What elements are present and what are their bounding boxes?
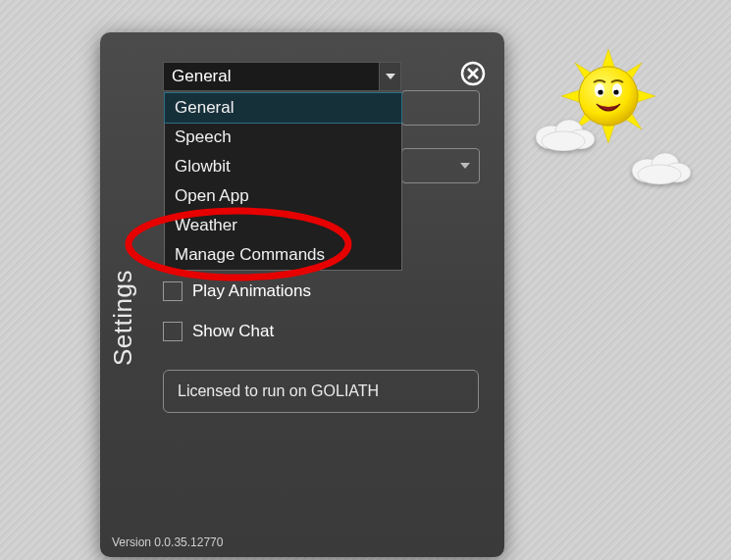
panel-content: General General Speech Glowbit Open App … — [163, 62, 483, 91]
dropdown-option-glowbit[interactable]: Glowbit — [165, 152, 401, 181]
svg-marker-7 — [602, 126, 614, 143]
license-text: Licensed to run on GOLIATH — [178, 382, 379, 400]
category-select-value: General — [172, 67, 231, 85]
play-animations-row: Play Animations — [163, 281, 311, 301]
dropdown-option-manage-commands[interactable]: Manage Commands — [165, 240, 401, 270]
svg-marker-4 — [460, 163, 470, 169]
svg-point-19 — [599, 88, 600, 90]
cloud-icon — [530, 114, 600, 151]
chevron-down-icon — [386, 74, 395, 79]
play-animations-checkbox[interactable] — [163, 281, 183, 301]
dropdown-option-general[interactable]: General — [165, 93, 401, 123]
svg-point-28 — [638, 165, 681, 184]
cloud-icon — [626, 147, 697, 184]
svg-point-24 — [542, 131, 585, 151]
version-label: Version 0.0.35.12770 — [112, 535, 223, 549]
svg-point-18 — [613, 89, 618, 94]
dropdown-option-speech[interactable]: Speech — [165, 123, 401, 152]
svg-marker-8 — [561, 90, 579, 102]
dropdown-arrow[interactable] — [379, 63, 400, 90]
svg-point-17 — [598, 89, 602, 94]
category-select[interactable]: General General Speech Glowbit Open App … — [163, 62, 401, 91]
obscured-select-2[interactable] — [401, 148, 480, 183]
show-chat-row: Show Chat — [163, 322, 274, 341]
dropdown-option-open-app[interactable]: Open App — [165, 181, 401, 211]
svg-marker-9 — [638, 90, 655, 102]
license-box: Licensed to run on GOLIATH — [163, 370, 479, 413]
panel-title: Settings — [108, 270, 138, 366]
settings-panel: Settings General General Speech Glowbit … — [100, 32, 504, 557]
dropdown-option-weather[interactable]: Weather — [165, 211, 401, 240]
chevron-down-icon — [460, 163, 470, 169]
obscured-field-1[interactable] — [401, 90, 480, 126]
show-chat-label: Show Chat — [192, 322, 274, 341]
svg-point-20 — [614, 88, 616, 90]
svg-marker-3 — [386, 74, 395, 79]
show-chat-checkbox[interactable] — [163, 322, 183, 341]
play-animations-label: Play Animations — [192, 281, 311, 301]
category-dropdown-list: General Speech Glowbit Open App Weather … — [164, 92, 402, 271]
svg-marker-6 — [602, 49, 614, 67]
